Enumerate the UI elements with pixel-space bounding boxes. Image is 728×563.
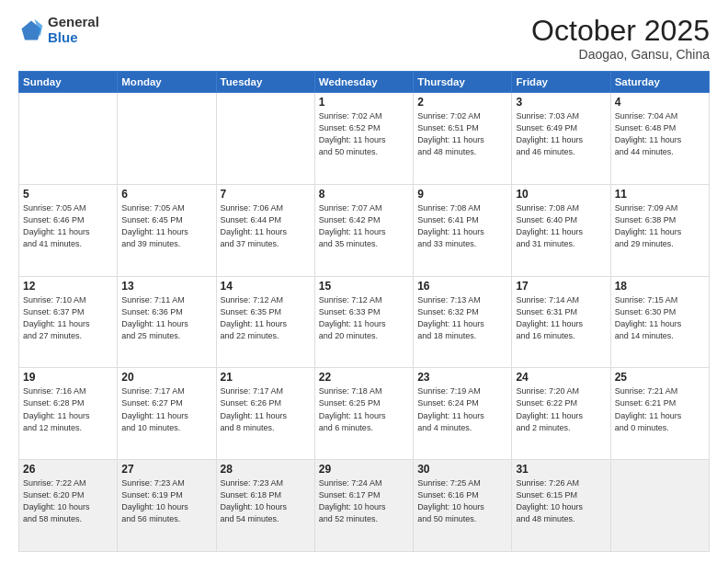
- calendar-cell: 19Sunrise: 7:16 AM Sunset: 6:28 PM Dayli…: [19, 368, 118, 460]
- calendar-cell: 25Sunrise: 7:21 AM Sunset: 6:21 PM Dayli…: [610, 368, 709, 460]
- logo-icon: [18, 17, 44, 43]
- weekday-header-wednesday: Wednesday: [314, 72, 413, 93]
- calendar-week-row: 19Sunrise: 7:16 AM Sunset: 6:28 PM Dayli…: [19, 368, 710, 460]
- calendar-cell: 2Sunrise: 7:02 AM Sunset: 6:51 PM Daylig…: [414, 93, 512, 185]
- day-number: 16: [417, 280, 507, 293]
- day-number: 3: [516, 96, 606, 109]
- logo-text: General Blue: [48, 15, 99, 45]
- day-number: 12: [23, 280, 113, 293]
- day-info: Sunrise: 7:23 AM Sunset: 6:18 PM Dayligh…: [221, 477, 311, 525]
- calendar-cell: 3Sunrise: 7:03 AM Sunset: 6:49 PM Daylig…: [512, 93, 610, 185]
- day-info: Sunrise: 7:17 AM Sunset: 6:26 PM Dayligh…: [221, 385, 311, 433]
- calendar-week-row: 1Sunrise: 7:02 AM Sunset: 6:52 PM Daylig…: [19, 93, 710, 185]
- day-number: 21: [221, 371, 311, 384]
- calendar-cell: 15Sunrise: 7:12 AM Sunset: 6:33 PM Dayli…: [314, 276, 413, 368]
- calendar-cell: 13Sunrise: 7:11 AM Sunset: 6:36 PM Dayli…: [118, 276, 216, 368]
- calendar-cell: 16Sunrise: 7:13 AM Sunset: 6:32 PM Dayli…: [414, 276, 512, 368]
- calendar-cell: 24Sunrise: 7:20 AM Sunset: 6:22 PM Dayli…: [512, 368, 610, 460]
- calendar-cell: 11Sunrise: 7:09 AM Sunset: 6:38 PM Dayli…: [610, 184, 709, 276]
- calendar-cell: 14Sunrise: 7:12 AM Sunset: 6:35 PM Dayli…: [216, 276, 314, 368]
- calendar-cell: 9Sunrise: 7:08 AM Sunset: 6:41 PM Daylig…: [414, 184, 512, 276]
- day-number: 28: [221, 463, 311, 476]
- calendar-week-row: 5Sunrise: 7:05 AM Sunset: 6:46 PM Daylig…: [19, 184, 710, 276]
- calendar-cell: 27Sunrise: 7:23 AM Sunset: 6:19 PM Dayli…: [118, 460, 216, 552]
- logo-general: General: [48, 14, 99, 29]
- day-number: 4: [615, 96, 705, 109]
- day-number: 25: [615, 371, 705, 384]
- calendar-cell: 5Sunrise: 7:05 AM Sunset: 6:46 PM Daylig…: [19, 184, 118, 276]
- calendar-table: SundayMondayTuesdayWednesdayThursdayFrid…: [18, 71, 710, 552]
- day-info: Sunrise: 7:03 AM Sunset: 6:49 PM Dayligh…: [516, 110, 606, 158]
- day-number: 2: [417, 96, 507, 109]
- page: General Blue October 2025 Daogao, Gansu,…: [0, 0, 728, 563]
- day-info: Sunrise: 7:21 AM Sunset: 6:21 PM Dayligh…: [615, 385, 705, 433]
- calendar-cell: 28Sunrise: 7:23 AM Sunset: 6:18 PM Dayli…: [216, 460, 314, 552]
- day-info: Sunrise: 7:19 AM Sunset: 6:24 PM Dayligh…: [417, 385, 507, 433]
- day-number: 22: [319, 371, 409, 384]
- calendar-cell: 17Sunrise: 7:14 AM Sunset: 6:31 PM Dayli…: [512, 276, 610, 368]
- day-info: Sunrise: 7:02 AM Sunset: 6:51 PM Dayligh…: [417, 110, 507, 158]
- day-info: Sunrise: 7:13 AM Sunset: 6:32 PM Dayligh…: [417, 294, 507, 342]
- day-info: Sunrise: 7:07 AM Sunset: 6:42 PM Dayligh…: [319, 202, 409, 250]
- calendar-cell: 31Sunrise: 7:26 AM Sunset: 6:15 PM Dayli…: [512, 460, 610, 552]
- day-info: Sunrise: 7:25 AM Sunset: 6:16 PM Dayligh…: [417, 477, 507, 525]
- day-info: Sunrise: 7:18 AM Sunset: 6:25 PM Dayligh…: [319, 385, 409, 433]
- day-number: 17: [516, 280, 606, 293]
- month-title: October 2025: [531, 15, 710, 47]
- day-number: 15: [319, 280, 409, 293]
- weekday-header-saturday: Saturday: [610, 72, 709, 93]
- day-number: 18: [615, 280, 705, 293]
- day-info: Sunrise: 7:09 AM Sunset: 6:38 PM Dayligh…: [615, 202, 705, 250]
- day-number: 30: [417, 463, 507, 476]
- day-info: Sunrise: 7:20 AM Sunset: 6:22 PM Dayligh…: [516, 385, 606, 433]
- weekday-header-thursday: Thursday: [414, 72, 512, 93]
- location: Daogao, Gansu, China: [531, 47, 710, 62]
- day-info: Sunrise: 7:12 AM Sunset: 6:35 PM Dayligh…: [221, 294, 311, 342]
- title-block: October 2025 Daogao, Gansu, China: [531, 15, 710, 62]
- day-number: 20: [121, 371, 211, 384]
- calendar-cell: 21Sunrise: 7:17 AM Sunset: 6:26 PM Dayli…: [216, 368, 314, 460]
- day-number: 26: [23, 463, 113, 476]
- day-number: 9: [417, 188, 507, 201]
- day-number: 13: [121, 280, 211, 293]
- calendar-cell: 20Sunrise: 7:17 AM Sunset: 6:27 PM Dayli…: [118, 368, 216, 460]
- calendar-cell: 29Sunrise: 7:24 AM Sunset: 6:17 PM Dayli…: [314, 460, 413, 552]
- weekday-header-sunday: Sunday: [19, 72, 118, 93]
- day-info: Sunrise: 7:17 AM Sunset: 6:27 PM Dayligh…: [121, 385, 211, 433]
- logo: General Blue: [18, 15, 99, 45]
- day-info: Sunrise: 7:06 AM Sunset: 6:44 PM Dayligh…: [221, 202, 311, 250]
- day-number: 29: [319, 463, 409, 476]
- calendar-cell: 6Sunrise: 7:05 AM Sunset: 6:45 PM Daylig…: [118, 184, 216, 276]
- day-number: 31: [516, 463, 606, 476]
- day-info: Sunrise: 7:04 AM Sunset: 6:48 PM Dayligh…: [615, 110, 705, 158]
- day-number: 5: [23, 188, 113, 201]
- calendar-cell: 23Sunrise: 7:19 AM Sunset: 6:24 PM Dayli…: [414, 368, 512, 460]
- day-info: Sunrise: 7:08 AM Sunset: 6:41 PM Dayligh…: [417, 202, 507, 250]
- calendar-cell: 10Sunrise: 7:08 AM Sunset: 6:40 PM Dayli…: [512, 184, 610, 276]
- weekday-header-row: SundayMondayTuesdayWednesdayThursdayFrid…: [19, 72, 710, 93]
- day-number: 10: [516, 188, 606, 201]
- day-info: Sunrise: 7:08 AM Sunset: 6:40 PM Dayligh…: [516, 202, 606, 250]
- day-number: 19: [23, 371, 113, 384]
- weekday-header-friday: Friday: [512, 72, 610, 93]
- calendar-cell: 18Sunrise: 7:15 AM Sunset: 6:30 PM Dayli…: [610, 276, 709, 368]
- calendar-cell: [19, 93, 118, 185]
- calendar-cell: 4Sunrise: 7:04 AM Sunset: 6:48 PM Daylig…: [610, 93, 709, 185]
- calendar-cell: [216, 93, 314, 185]
- day-info: Sunrise: 7:12 AM Sunset: 6:33 PM Dayligh…: [319, 294, 409, 342]
- day-info: Sunrise: 7:16 AM Sunset: 6:28 PM Dayligh…: [23, 385, 113, 433]
- day-info: Sunrise: 7:15 AM Sunset: 6:30 PM Dayligh…: [615, 294, 705, 342]
- day-number: 6: [121, 188, 211, 201]
- logo-blue: Blue: [48, 29, 78, 45]
- calendar-week-row: 26Sunrise: 7:22 AM Sunset: 6:20 PM Dayli…: [19, 460, 710, 552]
- weekday-header-tuesday: Tuesday: [216, 72, 314, 93]
- day-number: 7: [221, 188, 311, 201]
- header: General Blue October 2025 Daogao, Gansu,…: [18, 15, 710, 62]
- weekday-header-monday: Monday: [118, 72, 216, 93]
- day-info: Sunrise: 7:14 AM Sunset: 6:31 PM Dayligh…: [516, 294, 606, 342]
- day-number: 1: [319, 96, 409, 109]
- day-info: Sunrise: 7:23 AM Sunset: 6:19 PM Dayligh…: [121, 477, 211, 525]
- calendar-cell: 12Sunrise: 7:10 AM Sunset: 6:37 PM Dayli…: [19, 276, 118, 368]
- day-info: Sunrise: 7:05 AM Sunset: 6:46 PM Dayligh…: [23, 202, 113, 250]
- calendar-week-row: 12Sunrise: 7:10 AM Sunset: 6:37 PM Dayli…: [19, 276, 710, 368]
